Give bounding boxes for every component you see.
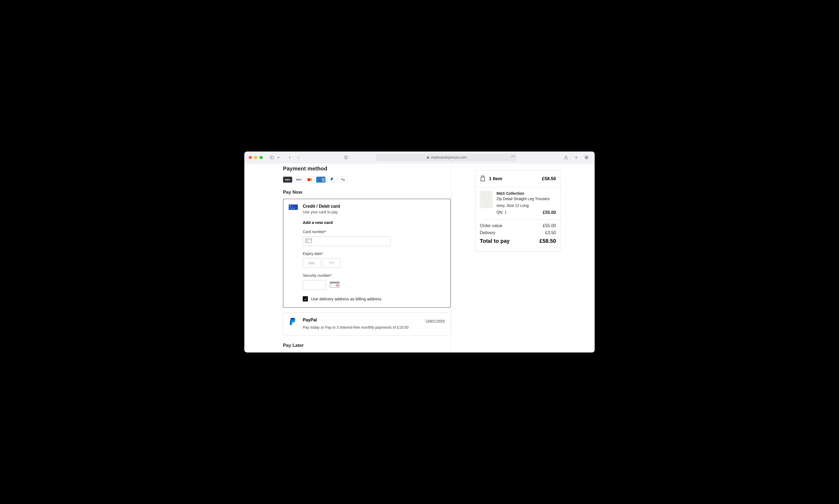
check-icon — [304, 298, 307, 301]
order-summary-column: 1 Item £58.50 M&S Collection Zip Detail … — [451, 163, 595, 353]
delivery-label: Delivery — [480, 230, 495, 235]
close-window-button[interactable] — [249, 156, 252, 159]
billing-checkbox[interactable] — [303, 296, 308, 302]
paypal-option-desc: Pay today or Pay in 3 interest-free mont… — [303, 325, 445, 329]
item-name: Zip Detail Straight Leg Trousers — [496, 196, 556, 202]
security-code-input[interactable] — [303, 280, 326, 290]
svg-rect-12 — [290, 205, 291, 206]
browser-toolbar: marksandspencer.com — [244, 151, 595, 163]
card-outline-icon — [305, 238, 312, 244]
svg-rect-22 — [331, 285, 336, 286]
paypal-option-title: PayPal — [303, 318, 317, 323]
maximize-window-button[interactable] — [260, 156, 263, 159]
paypal-icon — [327, 177, 336, 183]
summary-header-price: £58.50 — [542, 176, 556, 181]
cvv-hint-icon: 123 — [330, 281, 339, 289]
nav-forward-button[interactable] — [295, 154, 302, 161]
svg-rect-17 — [306, 238, 312, 243]
sidebar-toggle-button[interactable] — [268, 154, 276, 161]
card-number-input[interactable] — [303, 236, 390, 246]
share-icon — [564, 155, 568, 160]
svg-rect-6 — [587, 156, 588, 157]
chevron-left-icon — [287, 155, 292, 160]
accepted-payment-icons: M&S VISA AM EX — [283, 177, 451, 183]
page-body: Payment method M&S VISA AM EX Pay Now — [244, 163, 595, 353]
item-price: £55.00 — [543, 210, 556, 216]
lock-icon — [426, 156, 430, 159]
summary-header[interactable]: 1 Item £58.50 — [475, 171, 560, 187]
minimize-window-button[interactable] — [254, 156, 257, 159]
delivery-value: £3.50 — [545, 230, 556, 235]
card-form: Add a new card Card number* Expiry date* — [303, 220, 445, 302]
mastercard-icon — [305, 177, 314, 183]
item-variant: Ivory, Size 12 Long — [496, 203, 556, 209]
pay-later-heading: Pay Later — [283, 343, 451, 348]
card-option-desc: Use your card to pay — [303, 210, 445, 214]
ms-card-icon: M&S — [283, 177, 292, 183]
address-url: marksandspencer.com — [431, 155, 467, 159]
payment-column: Payment method M&S VISA AM EX Pay Now — [244, 163, 451, 353]
chevron-right-icon — [296, 155, 301, 160]
shield-icon — [344, 155, 348, 160]
svg-rect-0 — [270, 156, 274, 159]
order-value: £55.00 — [543, 223, 556, 228]
svg-rect-14 — [291, 208, 292, 209]
svg-rect-7 — [585, 158, 587, 159]
sidebar-dropdown-button[interactable] — [276, 154, 281, 161]
browser-window: marksandspencer.com Payment method M&S V… — [244, 151, 595, 353]
pay-now-heading: Pay Now — [283, 190, 451, 195]
svg-rect-16 — [294, 208, 295, 209]
amex-icon: AM EX — [316, 177, 326, 183]
grid-icon — [584, 155, 589, 160]
clearpay-icon — [338, 177, 348, 183]
paypal-learn-more-link[interactable]: Learn more — [425, 319, 445, 323]
paypal-logo-icon — [289, 318, 298, 329]
refresh-icon[interactable] — [511, 156, 514, 159]
total-value: £58.50 — [540, 238, 556, 244]
svg-rect-13 — [290, 208, 291, 209]
window-controls — [249, 156, 263, 159]
nav-back-button[interactable] — [286, 154, 294, 161]
order-value-label: Order value — [480, 223, 503, 228]
expiry-month-input[interactable] — [303, 258, 320, 268]
payment-method-heading: Payment method — [283, 166, 451, 172]
visa-icon: VISA — [294, 177, 303, 183]
credit-card-icon — [289, 204, 298, 302]
billing-checkbox-label: Use delivery address as billing address — [311, 296, 381, 301]
item-thumbnail — [480, 191, 493, 208]
security-label: Security number* — [303, 273, 445, 278]
svg-rect-21 — [330, 282, 339, 283]
sidebar-icon — [270, 155, 274, 160]
card-number-label: Card number* — [303, 230, 445, 234]
tab-overview-button[interactable] — [583, 154, 590, 161]
billing-address-checkbox-row[interactable]: Use delivery address as billing address — [303, 296, 445, 302]
summary-item-count: 1 Item — [489, 176, 539, 181]
card-payment-option[interactable]: Credit / Debit card Use your card to pay… — [283, 199, 451, 308]
order-summary-box: 1 Item £58.50 M&S Collection Zip Detail … — [475, 170, 561, 251]
svg-rect-11 — [289, 204, 298, 210]
paypal-payment-option[interactable]: PayPal Learn more Pay today or Pay in 3 … — [283, 312, 451, 336]
share-button[interactable] — [562, 154, 570, 161]
summary-line-item: M&S Collection Zip Detail Straight Leg T… — [475, 187, 560, 219]
item-qty: Qty: 1 — [496, 210, 507, 216]
bag-icon — [480, 175, 486, 183]
expiry-year-input[interactable] — [323, 258, 340, 268]
item-brand: M&S Collection — [496, 191, 556, 196]
total-label: Total to pay — [480, 238, 510, 244]
card-option-title: Credit / Debit card — [303, 204, 445, 209]
privacy-shield-button[interactable] — [342, 154, 350, 161]
svg-text:123: 123 — [336, 285, 338, 286]
svg-rect-8 — [587, 158, 588, 159]
plus-icon — [574, 155, 578, 160]
svg-rect-15 — [292, 208, 293, 209]
chevron-down-icon — [276, 155, 281, 160]
svg-rect-5 — [585, 156, 587, 157]
expiry-label: Expiry date* — [303, 251, 445, 256]
add-card-heading: Add a new card — [303, 220, 445, 225]
new-tab-button[interactable] — [573, 154, 580, 161]
address-bar[interactable]: marksandspencer.com — [376, 154, 517, 161]
